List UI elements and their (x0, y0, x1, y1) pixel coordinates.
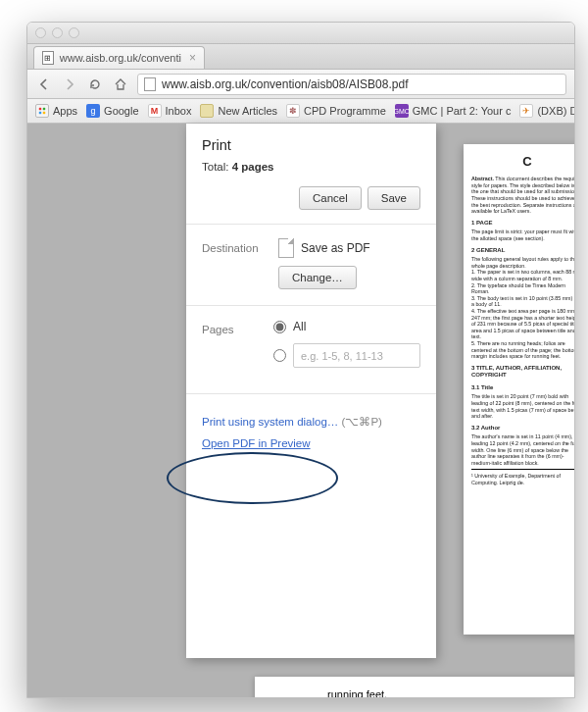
destination-label: Destination (202, 238, 278, 254)
tab-close-icon[interactable]: × (189, 51, 196, 65)
bookmark-label: Inbox (166, 105, 192, 117)
reload-button[interactable] (86, 76, 104, 93)
traffic-light-zoom[interactable] (69, 27, 79, 38)
bookmark-google[interactable]: g Google (86, 104, 138, 118)
doc-p1: The page limit is strict: your paper mus… (471, 229, 575, 241)
pages-custom-radio[interactable] (273, 349, 286, 362)
save-button[interactable]: Save (368, 186, 420, 210)
pdf-page-below: running feet. 3 TITLE, AUTHOR, AFFILIATI… (255, 677, 575, 698)
pages-all-option[interactable]: All (273, 320, 420, 333)
bookmarks-bar: Apps g Google M Inbox New Articles ✽ CPD… (27, 99, 574, 124)
doc-footnote: ¹ University of Example, Department of C… (471, 473, 575, 485)
doc-h32: 3.2 Author (471, 425, 575, 432)
bookmark-apps[interactable]: Apps (35, 104, 77, 118)
traffic-light-minimize[interactable] (52, 27, 63, 38)
page-icon (144, 77, 156, 91)
back-button[interactable] (35, 76, 53, 93)
content-area: Print Total: 4 pages Cancel Save Destina… (27, 124, 574, 697)
abstract-lead: Abstract. (471, 176, 494, 181)
print-dialog: Print Total: 4 pages Cancel Save Destina… (186, 124, 436, 658)
bookmark-inbox[interactable]: M Inbox (148, 104, 192, 118)
pages-all-label: All (293, 320, 306, 333)
bookmark-gmc[interactable]: GMC GMC | Part 2: Your c (395, 104, 512, 118)
doc-li4: 4. The effective text area per page is 1… (471, 308, 575, 340)
bookmark-label: CPD Programme (304, 105, 386, 117)
separator (186, 393, 436, 394)
separator (186, 305, 436, 306)
doc-li3: 3. The body text is set in 10 point (3.8… (471, 295, 575, 308)
pages-all-radio[interactable] (273, 321, 286, 333)
doc-h2: 2 GENERAL (471, 247, 575, 255)
destination-value: Save as PDF (301, 241, 370, 255)
bookmark-label: New Articles (218, 105, 277, 117)
pdf-preview-page: C Abstract. This document describes the … (464, 144, 575, 635)
doc-heading: C (471, 154, 575, 170)
total-value: 4 pages (232, 161, 274, 173)
doc-li1: 1. The paper is set in two columns, each… (471, 269, 575, 281)
doc-h1: 1 PAGE (471, 220, 575, 228)
apps-icon (35, 104, 49, 118)
abstract-body: This document describes the required sty… (471, 176, 575, 214)
mail-icon: M (148, 104, 162, 118)
tab-favicon: ⊞ (42, 51, 54, 65)
bookmark-dxb[interactable]: ✈ (DXB) Duba (519, 104, 574, 118)
pages-label: Pages (202, 320, 273, 335)
forward-button[interactable] (61, 76, 78, 93)
folder-icon (200, 104, 214, 118)
gmc-icon: GMC (395, 104, 409, 118)
toolbar: www.aisb.org.uk/convention/aisb08/AISB08… (27, 70, 574, 99)
open-pdf-in-preview-link[interactable]: Open PDF in Preview (202, 437, 311, 449)
bookmark-label: Apps (53, 105, 77, 117)
home-button[interactable] (112, 76, 129, 93)
bookmark-new-articles[interactable]: New Articles (200, 104, 277, 118)
doc-p2: The following general layout rules apply… (471, 256, 575, 269)
bookmark-label: GMC | Part 2: Your c (413, 105, 512, 117)
doc-p31: The title is set in 20 point (7 mm) bold… (471, 393, 575, 419)
browser-window: ⊞ www.aisb.org.uk/conventi × www.aisb.or… (26, 22, 575, 698)
print-total: Total: 4 pages (202, 161, 420, 173)
tab-title: www.aisb.org.uk/conventi (60, 52, 181, 64)
doc-h3: 3 TITLE, AUTHOR, AFFILIATION, COPYRIGHT (471, 365, 575, 380)
doc-li2: 2. The typeface should be Times Modern R… (471, 282, 575, 295)
separator (186, 224, 436, 225)
destination-value-row: Save as PDF (278, 238, 420, 258)
bookmark-label: (DXB) Duba (537, 105, 574, 117)
doc-body: C Abstract. This document describes the … (471, 154, 575, 486)
browser-tab[interactable]: ⊞ www.aisb.org.uk/conventi × (33, 46, 205, 69)
doc-p32: The author's name is set in 11 point (4 … (471, 433, 575, 466)
window-titlebar (27, 23, 574, 44)
doc-h31: 3.1 Title (471, 384, 575, 392)
pdf-icon (278, 238, 294, 258)
change-destination-button[interactable]: Change… (278, 266, 357, 289)
print-title: Print (202, 137, 420, 153)
cancel-button[interactable]: Cancel (299, 186, 362, 210)
url-bar[interactable]: www.aisb.org.uk/convention/aisb08/AISB08… (137, 74, 566, 95)
system-dialog-shortcut: (⌥⌘P) (342, 416, 382, 428)
pages-custom-option[interactable] (273, 343, 420, 368)
bookmark-label: Google (104, 105, 138, 117)
bookmark-cpd[interactable]: ✽ CPD Programme (286, 104, 386, 118)
system-dialog-link[interactable]: Print using system dialog… (202, 416, 338, 428)
running-feet-text: running feet. (270, 688, 572, 698)
dxb-icon: ✈ (519, 104, 533, 118)
doc-li5: 5. There are no running heads; folios ar… (471, 340, 575, 360)
tab-bar: ⊞ www.aisb.org.uk/conventi × (27, 44, 574, 70)
traffic-light-close[interactable] (35, 27, 46, 38)
total-prefix: Total: (202, 161, 232, 173)
url-text: www.aisb.org.uk/convention/aisb08/AISB08… (162, 77, 408, 91)
pages-range-input[interactable] (293, 343, 420, 368)
cpd-icon: ✽ (286, 104, 300, 118)
google-icon: g (86, 104, 100, 118)
